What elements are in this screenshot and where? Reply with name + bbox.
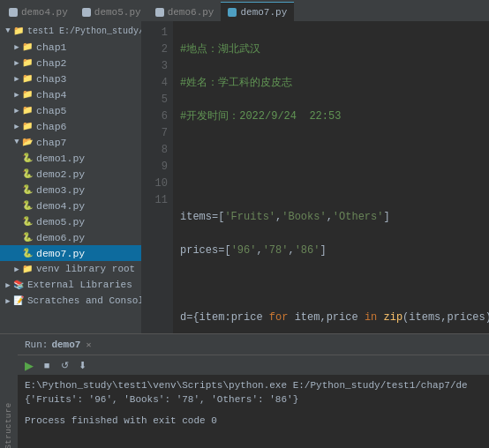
file-tree: ▼ 📁 test1 E:/Python_study/te... ▶ 📁 chap… (0, 21, 141, 333)
chap3-folder-icon: 📁 (21, 72, 34, 85)
chap3-label: chap3 (36, 73, 67, 85)
extlibs-arrow: ▶ (4, 280, 12, 289)
run-command-line: E:\Python_study\test1\venv\Scripts\pytho… (25, 378, 482, 392)
chap5-folder-icon: 📁 (21, 104, 34, 116)
tab-demo7[interactable]: demo7.py (221, 2, 294, 21)
code-editor[interactable]: 1 2 3 4 5 6 7 8 9 10 11 #地点：湖北武汉 #姓名：学工科… (141, 21, 489, 333)
demo4-label: demo4.py (36, 200, 85, 212)
tree-demo4[interactable]: 🐍 demo4.py (0, 198, 141, 213)
tree-demo1[interactable]: 🐍 demo1.py (0, 150, 141, 166)
chap6-label: chap6 (36, 121, 67, 132)
demo7-label: demo7.py (36, 248, 85, 259)
tab-bar: demo4.py demo5.py demo6.py demo7.py (0, 0, 489, 21)
project-label: test1 E:/Python_study/te... (27, 26, 141, 36)
main-area: ▼ 📁 test1 E:/Python_study/te... ▶ 📁 chap… (0, 21, 489, 333)
demo1-label: demo1.py (36, 153, 85, 164)
tab-demo4[interactable]: demo4.py (2, 2, 75, 21)
run-status-container: Process finished with exit code 0 (25, 414, 482, 428)
chap1-arrow: ▶ (12, 42, 21, 51)
tab-demo7-icon (228, 8, 237, 17)
project-folder-icon: 📁 (12, 25, 25, 37)
editor-area: 1 2 3 4 5 6 7 8 9 10 11 #地点：湖北武汉 #姓名：学工科… (141, 21, 489, 333)
chap6-folder-icon: 📁 (21, 120, 34, 132)
code-line-7: prices=['96','78','86'] (180, 243, 482, 259)
chap5-label: chap5 (36, 105, 67, 116)
code-line-5 (180, 175, 482, 192)
run-tab-name[interactable]: demo7 (51, 340, 80, 350)
demo5-label: demo5.py (36, 216, 85, 228)
run-stop-button[interactable]: ■ (39, 357, 55, 373)
tree-demo3[interactable]: 🐍 demo3.py (0, 182, 141, 198)
tab-demo6-icon (155, 8, 164, 17)
chap7-arrow: ▼ (12, 138, 21, 146)
run-panel: Run: demo7 ✕ ▶ ■ ↺ ⬇ E:\Python_study\tes… (18, 333, 489, 448)
tab-demo5-icon (82, 8, 91, 17)
extlibs-label: External Libraries (27, 280, 132, 290)
chap6-arrow: ▶ (12, 122, 21, 131)
tab-demo6[interactable]: demo6.py (148, 2, 222, 21)
run-play-button[interactable]: ▶ (21, 357, 37, 373)
code-line-1: #地点：湖北武汉 (180, 41, 482, 58)
structure-label: Structure (4, 402, 13, 448)
chap7-label: chap7 (36, 137, 67, 148)
tree-chap4[interactable]: ▶ 📁 chap4 (0, 86, 141, 102)
tree-venv[interactable]: ▶ 📁 venv library root (0, 261, 141, 277)
tab-demo4-label: demo4.py (21, 7, 68, 18)
tree-chap7[interactable]: ▼ 📂 chap7 (0, 134, 141, 150)
tree-chap5[interactable]: ▶ 📁 chap5 (0, 102, 141, 118)
demo2-py-icon: 🐍 (21, 168, 34, 180)
tree-chap1[interactable]: ▶ 📁 chap1 (0, 39, 141, 55)
chap2-arrow: ▶ (12, 58, 21, 67)
chap4-folder-icon: 📁 (21, 88, 34, 101)
code-line-9: d={item:price for item,price in zip(item… (180, 310, 482, 326)
scratches-label: Scratches and Consoles (27, 295, 141, 306)
scratches-icon: 📝 (12, 295, 25, 307)
chap1-folder-icon: 📁 (21, 41, 34, 53)
demo7-py-icon: 🐍 (21, 247, 34, 259)
run-tab-close[interactable]: ✕ (86, 340, 91, 350)
code-content[interactable]: #地点：湖北武汉 #姓名：学工科的皮皮志 #开发时间：2022/9/24 22:… (173, 21, 489, 333)
structure-panel: Structure (0, 333, 18, 448)
chap4-label: chap4 (36, 89, 67, 101)
chap1-label: chap1 (36, 41, 67, 53)
tab-demo4-icon (9, 8, 18, 17)
demo3-label: demo3.py (36, 184, 85, 196)
tree-project-root[interactable]: ▼ 📁 test1 E:/Python_study/te... (0, 23, 141, 39)
venv-arrow: ▶ (12, 265, 21, 273)
tree-scratches[interactable]: ▶ 📝 Scratches and Consoles (0, 293, 141, 309)
chap3-arrow: ▶ (12, 74, 21, 83)
tree-chap2[interactable]: ▶ 📁 chap2 (0, 55, 141, 71)
tree-demo7[interactable]: 🐍 demo7.py (0, 245, 141, 261)
chap7-folder-icon: 📂 (21, 136, 34, 148)
demo6-py-icon: 🐍 (21, 231, 34, 243)
tree-chap6[interactable]: ▶ 📁 chap6 (0, 118, 141, 134)
run-result: {'Fruits': '96', 'Books': '78', 'Others'… (25, 392, 482, 407)
venv-folder-icon: 📁 (21, 263, 34, 275)
demo1-py-icon: 🐍 (21, 152, 34, 164)
venv-label: venv library root (36, 264, 135, 274)
tab-demo5[interactable]: demo5.py (75, 2, 148, 21)
chap4-arrow: ▶ (12, 90, 21, 99)
tab-demo7-label: demo7.py (240, 7, 287, 18)
code-line-8 (180, 276, 482, 293)
demo5-py-icon: 🐍 (21, 215, 34, 228)
tree-external-libs[interactable]: ▶ 📚 External Libraries (0, 277, 141, 293)
tree-demo2[interactable]: 🐍 demo2.py (0, 166, 141, 182)
chap5-arrow: ▶ (12, 106, 21, 115)
run-tab-bar: Run: demo7 ✕ (18, 334, 489, 355)
run-scroll-button[interactable]: ⬇ (74, 357, 90, 373)
demo2-label: demo2.py (36, 168, 85, 180)
tree-chap3[interactable]: ▶ 📁 chap3 (0, 71, 141, 86)
run-rerun-button[interactable]: ↺ (56, 357, 72, 373)
chap2-label: chap2 (36, 57, 67, 69)
code-line-3: #开发时间：2022/9/24 22:53 (180, 108, 482, 125)
demo6-label: demo6.py (36, 232, 85, 243)
run-output: E:\Python_study\test1\venv\Scripts\pytho… (18, 375, 489, 448)
tree-demo6[interactable]: 🐍 demo6.py (0, 229, 141, 245)
line-numbers: 1 2 3 4 5 6 7 8 9 10 11 (141, 21, 173, 333)
demo3-py-icon: 🐍 (21, 183, 34, 196)
tree-demo5[interactable]: 🐍 demo5.py (0, 213, 141, 229)
chap2-folder-icon: 📁 (21, 56, 34, 69)
project-arrow: ▼ (4, 26, 12, 35)
run-toolbar: ▶ ■ ↺ ⬇ (18, 355, 489, 375)
